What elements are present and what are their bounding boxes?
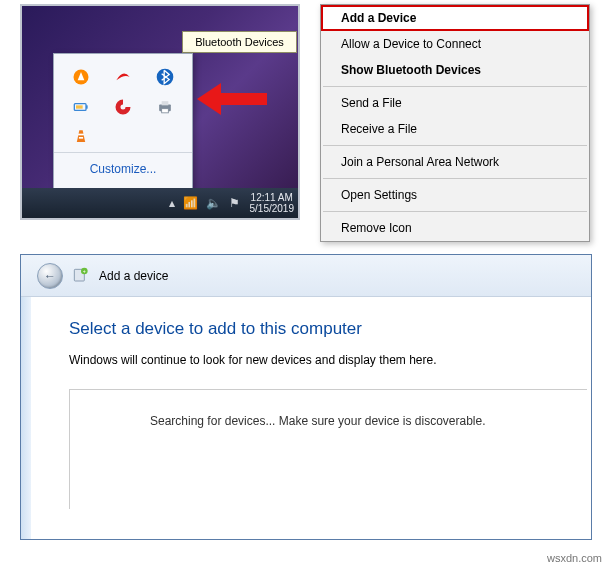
vlc-icon[interactable] — [60, 122, 102, 152]
desktop-screenshot: Bluetooth Devices Customize... ▴ 📶 🔈 ⚑ — [20, 4, 300, 220]
volume-icon[interactable]: 🔈 — [206, 196, 221, 210]
svg-rect-7 — [162, 109, 169, 113]
taskbar: ▴ 📶 🔈 ⚑ 12:11 AM 5/15/2019 — [22, 188, 298, 218]
ccleaner-icon[interactable] — [102, 92, 144, 122]
add-device-window: ← + Add a device Select a device to add … — [20, 254, 592, 540]
menu-separator — [323, 86, 587, 87]
customize-link[interactable]: Customize... — [54, 152, 192, 186]
menu-remove-icon[interactable]: Remove Icon — [321, 215, 589, 241]
device-icon: + — [71, 266, 91, 286]
wizard-subtext: Windows will continue to look for new de… — [69, 353, 587, 367]
menu-allow-connect[interactable]: Allow a Device to Connect — [321, 31, 589, 57]
wizard-title: Add a device — [99, 269, 168, 283]
device-list-pane: Searching for devices... Make sure your … — [69, 389, 587, 509]
clock-time: 12:11 AM — [250, 192, 295, 204]
wizard-body: Select a device to add to this computer … — [31, 297, 591, 539]
menu-open-settings[interactable]: Open Settings — [321, 182, 589, 208]
taskbar-clock[interactable]: 12:11 AM 5/15/2019 — [250, 192, 295, 215]
network-icon[interactable]: 📶 — [183, 196, 198, 210]
avast-icon[interactable] — [60, 62, 102, 92]
flag-icon[interactable]: ⚑ — [229, 196, 240, 210]
menu-show-devices[interactable]: Show Bluetooth Devices — [321, 57, 589, 83]
menu-join-pan[interactable]: Join a Personal Area Network — [321, 149, 589, 175]
svg-text:+: + — [83, 267, 86, 273]
menu-receive-file[interactable]: Receive a File — [321, 116, 589, 142]
bluetooth-icon[interactable] — [144, 62, 186, 92]
printer-icon[interactable] — [144, 92, 186, 122]
taskbar-status-icons[interactable]: ▴ 📶 🔈 ⚑ — [169, 196, 240, 210]
tray-chevron-up-icon[interactable]: ▴ — [169, 196, 175, 210]
top-composite: Bluetooth Devices Customize... ▴ 📶 🔈 ⚑ — [20, 4, 590, 226]
window-glass-border — [21, 255, 31, 539]
tray-icon-grid — [54, 54, 192, 152]
wizard-header: ← + Add a device — [21, 255, 591, 297]
wizard-headline: Select a device to add to this computer — [69, 319, 587, 339]
airtel-icon[interactable] — [102, 62, 144, 92]
battery-icon[interactable] — [60, 92, 102, 122]
svg-rect-9 — [79, 137, 83, 139]
back-button[interactable]: ← — [37, 263, 63, 289]
clock-date: 5/15/2019 — [250, 203, 295, 215]
menu-send-file[interactable]: Send a File — [321, 90, 589, 116]
searching-text: Searching for devices... Make sure your … — [150, 414, 486, 428]
bluetooth-context-menu: Add a Device Allow a Device to Connect S… — [320, 4, 590, 242]
menu-add-device[interactable]: Add a Device — [321, 5, 589, 31]
bluetooth-tooltip: Bluetooth Devices — [182, 31, 297, 53]
svg-rect-3 — [86, 105, 88, 108]
callout-arrow — [197, 83, 267, 113]
watermark: wsxdn.com — [547, 552, 602, 564]
svg-rect-4 — [76, 105, 83, 108]
menu-separator — [323, 178, 587, 179]
svg-rect-6 — [162, 101, 169, 105]
tray-overflow-popup: Customize... — [53, 53, 193, 193]
svg-rect-8 — [78, 134, 84, 136]
menu-separator — [323, 211, 587, 212]
menu-separator — [323, 145, 587, 146]
